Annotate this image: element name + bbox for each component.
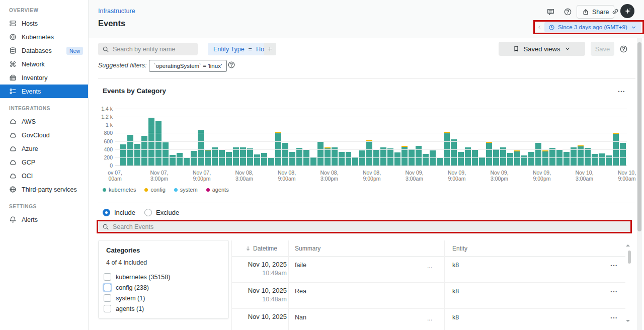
bar[interactable] (120, 144, 126, 166)
table-scroll-up-arrow[interactable] (626, 244, 630, 246)
bar[interactable] (366, 140, 372, 166)
table-row[interactable]: Nov 10, 202510:48amReak8... (232, 283, 625, 309)
bar[interactable] (451, 139, 457, 166)
column-header-entity[interactable]: Entity (452, 240, 467, 257)
chevron-left-icon[interactable] (536, 24, 542, 30)
bar[interactable] (535, 143, 541, 166)
bar[interactable] (317, 141, 324, 166)
bar[interactable] (528, 152, 534, 166)
row-menu-button[interactable]: ... (610, 260, 618, 268)
bar[interactable] (486, 142, 492, 166)
saved-views-button[interactable]: Saved views (499, 42, 585, 56)
bar[interactable] (571, 147, 577, 166)
legend-item-config[interactable]: config (144, 187, 165, 193)
category-checkbox-row[interactable]: kubernetes (35158) (104, 272, 170, 282)
legend-item-kubernetes[interactable]: kubernetes (103, 187, 136, 193)
legend-item-agents[interactable]: agents (206, 187, 229, 193)
checkbox-icon[interactable] (104, 305, 111, 312)
question-icon[interactable] (227, 61, 235, 69)
bar[interactable] (514, 150, 520, 166)
bar[interactable] (191, 151, 197, 166)
checkbox-icon[interactable] (104, 294, 111, 302)
sidebar-item-inventory[interactable]: Inventory (0, 71, 88, 85)
bar[interactable] (240, 147, 246, 166)
bar[interactable] (578, 145, 584, 166)
ai-assistant-button[interactable] (620, 4, 634, 18)
events-search-input[interactable] (113, 223, 626, 230)
category-checkbox-row[interactable]: agents (1) (104, 303, 170, 314)
bar[interactable] (437, 157, 443, 166)
sidebar-item-aws[interactable]: AWS (0, 115, 88, 128)
bar[interactable] (261, 153, 267, 166)
help-button[interactable] (562, 6, 573, 17)
row-menu-button[interactable]: ... (610, 312, 618, 320)
sidebar-item-databases[interactable]: DatabasesNew (0, 44, 88, 57)
bar[interactable] (163, 142, 169, 166)
bar[interactable] (500, 147, 506, 166)
bar[interactable] (212, 147, 218, 166)
bar[interactable] (296, 148, 302, 166)
bar[interactable] (346, 152, 352, 166)
sidebar-item-azure[interactable]: Azure (0, 142, 88, 155)
add-filter-button[interactable] (264, 43, 276, 55)
row-menu-button[interactable]: ... (610, 286, 618, 294)
sidebar-item-oci[interactable]: OCI (0, 169, 88, 183)
sidebar-item-third-party-services[interactable]: Third-party services (0, 183, 88, 196)
bar[interactable] (226, 152, 232, 166)
checkbox-icon[interactable] (104, 284, 111, 291)
column-header-datetime[interactable]: Datetime (232, 240, 288, 257)
bar[interactable] (141, 136, 147, 166)
share-button[interactable]: Share (577, 5, 614, 19)
feedback-button[interactable] (544, 6, 556, 17)
bar[interactable] (254, 154, 260, 166)
bar[interactable] (325, 147, 331, 166)
bar[interactable] (127, 135, 133, 166)
bar[interactable] (458, 152, 464, 166)
table-scroll-down-arrow[interactable] (626, 320, 630, 322)
bar[interactable] (310, 157, 316, 166)
suggested-filter-chip[interactable]: `operatingSystem` = 'linux' (149, 60, 227, 72)
sidebar-item-gcp[interactable]: GCP (0, 155, 88, 169)
bar[interactable] (592, 154, 598, 166)
bar[interactable] (352, 157, 358, 166)
breadcrumb[interactable]: Infrastructure (98, 8, 135, 15)
bar[interactable] (233, 147, 239, 166)
page-scrollbar-thumb[interactable] (637, 42, 641, 231)
bar[interactable] (444, 132, 450, 166)
bar[interactable] (394, 152, 400, 166)
sidebar-item-events[interactable]: Events (0, 85, 88, 98)
bar[interactable] (423, 154, 429, 166)
bar[interactable] (282, 143, 288, 166)
checkbox-icon[interactable] (104, 273, 111, 281)
sidebar-item-kubernetes[interactable]: Kubernetes (0, 30, 88, 44)
table-row[interactable]: Nov 10, 202510:49amfaile...k8... (232, 257, 625, 283)
bar[interactable] (289, 152, 295, 166)
entity-search-input[interactable] (113, 46, 194, 53)
bar[interactable] (177, 153, 183, 166)
time-picker[interactable]: Since 3 days ago (GMT+9) (544, 22, 641, 32)
exclude-radio[interactable]: Exclude (144, 209, 179, 216)
bar[interactable] (564, 152, 570, 166)
category-checkbox-row[interactable]: config (238) (104, 282, 170, 293)
bar[interactable] (599, 153, 605, 166)
category-checkbox-row[interactable]: system (1) (104, 293, 170, 303)
bar[interactable] (134, 144, 140, 166)
sidebar-item-network[interactable]: Network (0, 57, 88, 71)
include-radio[interactable]: Include (103, 209, 135, 216)
save-button[interactable]: Save (591, 42, 614, 56)
bar[interactable] (542, 150, 548, 166)
bar[interactable] (155, 121, 162, 166)
events-search[interactable] (98, 221, 630, 232)
copy-link-button[interactable] (610, 6, 621, 17)
entity-search[interactable] (98, 43, 198, 55)
bar[interactable] (198, 130, 204, 166)
bar[interactable] (465, 147, 471, 166)
bar[interactable] (380, 147, 386, 166)
column-header-summary[interactable]: Summary (295, 240, 320, 257)
question-icon[interactable] (619, 45, 628, 53)
bar[interactable] (339, 152, 345, 166)
bar[interactable] (170, 155, 176, 166)
bar[interactable] (585, 148, 591, 166)
sidebar-item-alerts[interactable]: Alerts (0, 213, 88, 226)
bar[interactable] (268, 157, 274, 166)
